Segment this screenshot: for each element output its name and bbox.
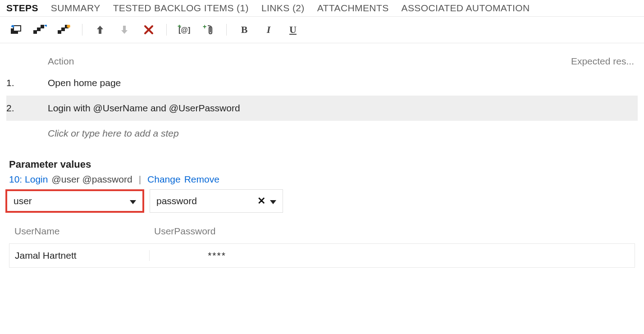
toolbar-separator	[166, 24, 167, 36]
tab-associated-automation[interactable]: ASSOCIATED AUTOMATION	[402, 3, 530, 14]
new-shared-step-icon[interactable]	[58, 23, 71, 37]
move-up-icon[interactable]	[93, 23, 107, 37]
parameter-mapping-row: user password ✕	[0, 189, 644, 219]
table-row[interactable]: Jamal Hartnett ****	[9, 243, 635, 268]
italic-icon[interactable]: I	[262, 23, 275, 37]
parameter-values-table: UserName UserPassword Jamal Hartnett ***…	[0, 219, 644, 268]
svg-rect-6	[61, 27, 65, 31]
add-step-placeholder[interactable]: Click or type here to add a step	[6, 121, 638, 146]
svg-text:+: +	[178, 25, 181, 30]
shared-parameter-args: @user @password	[51, 174, 132, 185]
steps-columns: Action Expected res...	[0, 43, 644, 67]
svg-rect-2	[33, 30, 37, 34]
chevron-down-icon	[270, 196, 276, 206]
svg-rect-5	[58, 30, 61, 34]
toolbar-separator	[226, 24, 227, 36]
insert-parameter-icon[interactable]: [@] +	[178, 23, 191, 37]
tab-tested-backlog-items[interactable]: TESTED BACKLOG ITEMS (1)	[113, 3, 249, 14]
svg-text:+: +	[203, 24, 206, 30]
dropdown-value: user	[14, 196, 32, 206]
change-parameter-link[interactable]: Change	[147, 174, 181, 185]
parameter-set-link-row: 10: Login @user @password | Change Remov…	[0, 173, 644, 189]
tab-attachments[interactable]: ATTACHMENTS	[317, 3, 389, 14]
shared-parameter-link[interactable]: 10: Login	[9, 174, 48, 185]
step-number: 1.	[6, 78, 48, 88]
insert-shared-step-icon[interactable]	[33, 23, 47, 37]
move-down-icon[interactable]	[118, 23, 131, 37]
tab-links[interactable]: LINKS (2)	[261, 3, 305, 14]
add-attachment-icon[interactable]: +	[202, 23, 215, 37]
insert-step-icon[interactable]	[9, 23, 23, 37]
password-mapping-dropdown[interactable]: password ✕	[150, 189, 283, 213]
col-username: UserName	[9, 226, 149, 237]
chevron-down-icon	[130, 196, 136, 206]
cell-userpassword[interactable]: ****	[149, 250, 284, 261]
clear-icon[interactable]: ✕	[257, 195, 265, 207]
cell-username[interactable]: Jamal Hartnett	[9, 250, 149, 261]
steps-toolbar: [@] + + B I U	[0, 17, 644, 43]
step-row-selected[interactable]: 2. Login with @UserName and @UserPasswor…	[6, 96, 638, 121]
step-number: 2.	[6, 103, 48, 114]
parameter-values-title: Parameter values	[0, 146, 644, 173]
user-mapping-dropdown[interactable]: user	[5, 189, 144, 213]
table-header: UserName UserPassword	[9, 219, 635, 243]
steps-grid: 1. Open home page 2. Login with @UserNam…	[0, 67, 644, 146]
tab-strip: STEPS SUMMARY TESTED BACKLOG ITEMS (1) L…	[0, 0, 644, 17]
underline-icon[interactable]: U	[286, 23, 300, 37]
step-row[interactable]: 1. Open home page	[6, 70, 638, 96]
remove-parameter-link[interactable]: Remove	[184, 174, 219, 185]
delete-step-icon[interactable]	[142, 23, 155, 37]
column-action: Action	[48, 56, 74, 67]
tab-summary[interactable]: SUMMARY	[51, 3, 100, 14]
column-expected: Expected res...	[571, 56, 638, 67]
svg-rect-3	[37, 27, 41, 31]
svg-rect-1	[14, 26, 21, 31]
step-action[interactable]: Open home page	[48, 78, 121, 88]
col-userpassword: UserPassword	[149, 226, 284, 237]
step-action[interactable]: Login with @UserName and @UserPassword	[48, 103, 240, 114]
separator-pipe: |	[136, 174, 144, 185]
svg-rect-4	[41, 25, 44, 28]
tab-steps[interactable]: STEPS	[6, 3, 38, 14]
bold-icon[interactable]: B	[238, 23, 251, 37]
toolbar-separator	[82, 24, 82, 36]
dropdown-value: password	[156, 196, 197, 206]
